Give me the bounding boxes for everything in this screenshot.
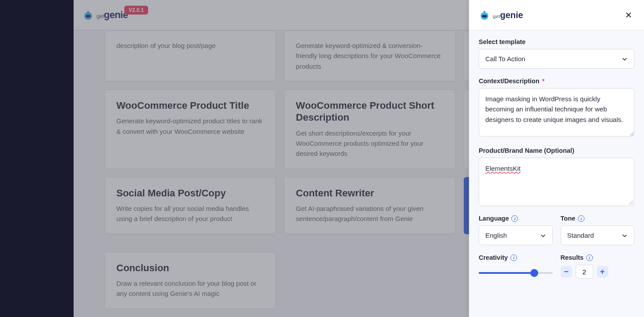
decrement-button[interactable]: − <box>561 266 572 277</box>
language-label: Language i <box>479 215 553 222</box>
template-label: Select template <box>479 38 634 45</box>
context-textarea[interactable] <box>479 88 634 136</box>
close-button[interactable] <box>623 9 634 21</box>
template-value: Call To Action <box>485 55 525 63</box>
genie-side-panel: getgenie Select template Call To Action … <box>469 0 644 317</box>
info-icon[interactable]: i <box>586 254 593 261</box>
info-icon[interactable]: i <box>511 215 518 222</box>
panel-body: Select template Call To Action Context/D… <box>469 30 644 317</box>
creativity-label: Creativity i <box>479 254 553 261</box>
genie-icon <box>479 9 490 21</box>
tone-select[interactable]: Standard <box>561 225 635 245</box>
svg-point-5 <box>484 11 485 12</box>
panel-logo: getgenie <box>479 9 523 21</box>
chevron-down-icon <box>622 232 628 239</box>
tone-label: Tone i <box>561 215 635 222</box>
chevron-down-icon <box>622 56 628 62</box>
brand-textarea[interactable]: ElementsKit <box>479 158 634 206</box>
required-indicator: * <box>542 77 545 85</box>
info-icon[interactable]: i <box>510 254 517 261</box>
creativity-slider[interactable] <box>479 265 553 281</box>
results-stepper: − + <box>561 265 635 279</box>
resize-handle-icon <box>629 200 633 205</box>
brand-value: ElementsKit <box>485 165 521 172</box>
slider-thumb[interactable] <box>530 269 538 277</box>
close-icon <box>625 11 632 18</box>
chevron-down-icon <box>540 232 546 239</box>
tone-value: Standard <box>567 232 594 239</box>
language-value: English <box>485 232 507 239</box>
language-select[interactable]: English <box>479 225 553 245</box>
admin-sidebar <box>0 0 74 317</box>
context-label: Context/Description * <box>479 77 634 85</box>
template-select[interactable]: Call To Action <box>479 49 634 69</box>
brand-label: Product/Brand Name (Optional) <box>479 147 634 154</box>
results-label: Results i <box>561 254 635 261</box>
results-value[interactable] <box>576 265 593 279</box>
info-icon[interactable]: i <box>578 215 584 222</box>
panel-header: getgenie <box>469 0 644 30</box>
increment-button[interactable]: + <box>597 266 608 277</box>
svg-rect-4 <box>482 15 487 17</box>
panel-logo-text: getgenie <box>493 10 523 20</box>
